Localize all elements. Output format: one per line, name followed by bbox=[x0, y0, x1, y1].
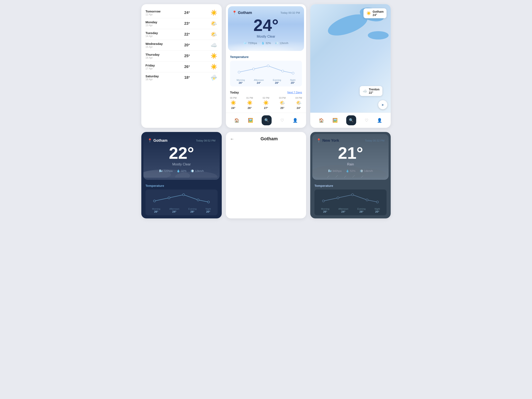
hourly-time: 00 PM bbox=[230, 97, 237, 99]
photo-nav-icon[interactable]: 🖼️ bbox=[248, 118, 253, 123]
svg-point-12 bbox=[207, 201, 209, 203]
hourly-temp: 26° bbox=[246, 106, 253, 109]
dark-temp: 22° bbox=[147, 145, 215, 161]
svg-point-21 bbox=[337, 197, 339, 199]
photo-nav-map-icon[interactable]: 🖼️ bbox=[332, 118, 338, 123]
dark-pin-icon: 📍 bbox=[147, 138, 152, 143]
dark-weather-card: 📍 Gotham Today 08:52 PM 22° Mostly Clear… bbox=[141, 132, 222, 218]
forecast-date: 16 Apr bbox=[146, 56, 164, 59]
dark-label-evening: Evening 28° bbox=[188, 208, 196, 213]
forecast-icon: ☀️ bbox=[210, 63, 218, 70]
dark-label-morning: Morning 26° bbox=[152, 208, 160, 213]
gotham-map-temp: 24° bbox=[373, 13, 384, 17]
gotham-map-icon: ☀️ bbox=[366, 11, 371, 16]
forecast-temp: 22° bbox=[181, 32, 193, 37]
hourly-item: 02 PM ☀️ 27° bbox=[263, 97, 269, 109]
svg-point-22 bbox=[352, 194, 354, 196]
search-nav-map-button[interactable]: 🔍 bbox=[346, 115, 356, 125]
dark-cloud-svg bbox=[143, 161, 220, 178]
home-nav-map-icon[interactable]: 🏠 bbox=[319, 118, 324, 123]
forecast-day-name: Saturday bbox=[146, 74, 164, 78]
hourly-icon: ☀️ bbox=[230, 100, 237, 106]
main-city-name: 📍 Gotham bbox=[232, 10, 252, 15]
back-row: ← Gotham bbox=[230, 136, 302, 141]
time-label-morning: Morning 26° bbox=[236, 79, 245, 84]
hourly-icon: 🌤️ bbox=[296, 100, 302, 106]
time-label-evening: Evening 28° bbox=[273, 79, 281, 84]
dark-time: Today 08:52 PM bbox=[196, 139, 215, 142]
forecast-row: Tuesday 14 Apr 22° 🌤️ bbox=[146, 29, 218, 40]
dark-temp-title: Temperature bbox=[146, 184, 218, 187]
main-canvas: Tomorrow 12 Apr 24° ☀️ Monday 13 Apr 23°… bbox=[141, 4, 391, 218]
locate-button[interactable]: ➤ bbox=[378, 100, 387, 109]
ny-label-morning: Morning 26° bbox=[321, 208, 329, 213]
heart-nav-icon[interactable]: ♡ bbox=[280, 118, 284, 123]
hourly-time: 03 PM bbox=[279, 97, 286, 99]
city-screen-card: ← Gotham bbox=[226, 132, 306, 218]
main-time-labels: Morning 26° Afternoon 24° Evening 28° Ni… bbox=[232, 79, 300, 84]
main-time: Today 00:32 PM bbox=[280, 11, 300, 14]
forecast-day-name: Monday bbox=[146, 20, 164, 24]
bottom-nav-map: 🏠 🖼️ 🔍 ♡ 👤 bbox=[310, 113, 391, 128]
forecast-temp: 18° bbox=[181, 76, 193, 80]
temp-section: Temperature Morning 26° Afterno bbox=[226, 53, 306, 89]
main-temp: 24° bbox=[232, 17, 300, 34]
svg-point-10 bbox=[183, 194, 184, 196]
chart-svg bbox=[232, 64, 300, 76]
svg-point-11 bbox=[197, 199, 199, 201]
hourly-temp: 24° bbox=[296, 106, 302, 109]
ny-label-evening: Evening 28° bbox=[357, 208, 366, 213]
hourly-time: 01 PM bbox=[246, 97, 253, 99]
forecast-row: Friday 17 Apr 26° ☀️ bbox=[146, 62, 218, 72]
ny-chart: Morning 26° Afternoon 24° Evening 28° Ni… bbox=[314, 190, 386, 215]
ny-city-name: 📍 New York bbox=[317, 138, 339, 143]
hourly-icon: ☀️ bbox=[263, 100, 269, 106]
forecast-row: Wednesday 15 Apr 20° ☁️ bbox=[146, 40, 218, 51]
temp-section-title: Temperature bbox=[230, 55, 302, 59]
hourly-title: Today bbox=[230, 91, 239, 94]
forecast-card: Tomorrow 12 Apr 24° ☀️ Monday 13 Apr 23°… bbox=[141, 4, 222, 128]
hourly-temp: 27° bbox=[263, 106, 269, 109]
pin-icon: 📍 bbox=[232, 10, 237, 15]
forecast-day-name: Thursday bbox=[146, 53, 164, 56]
home-nav-icon[interactable]: 🏠 bbox=[234, 118, 239, 123]
forecast-icon: ☁️ bbox=[210, 42, 218, 48]
ny-temp-title: Temperature bbox=[314, 184, 386, 187]
forecast-icon: ☀️ bbox=[210, 53, 218, 59]
forecast-temp: 20° bbox=[181, 43, 193, 47]
cloud-decoration bbox=[228, 40, 304, 51]
heart-nav-map-icon[interactable]: ♡ bbox=[365, 118, 368, 123]
user-nav-map-icon[interactable]: 👤 bbox=[377, 118, 382, 123]
ny-cloud-svg bbox=[312, 161, 389, 178]
forecast-date: 17 Apr bbox=[146, 67, 164, 70]
hourly-header: Today Next 7 Days bbox=[230, 91, 302, 94]
forecast-temp: 23° bbox=[181, 21, 193, 26]
dark-chart-svg bbox=[147, 193, 215, 205]
svg-point-23 bbox=[366, 199, 368, 201]
dark-header: 📍 Gotham Today 08:52 PM 22° Mostly Clear… bbox=[143, 134, 220, 180]
map-area[interactable]: ☀️ Gotham 24° ☁️ Trenton 22° ➤ bbox=[310, 4, 391, 113]
forecast-date: 14 Apr bbox=[146, 35, 164, 38]
ny-temp: 21° bbox=[317, 145, 385, 161]
user-nav-icon[interactable]: 👤 bbox=[293, 118, 298, 123]
dark-temp-section: Temperature Morning 26° Afterno bbox=[141, 182, 222, 218]
ny-pin-icon: 📍 bbox=[317, 138, 321, 143]
forecast-temp: 24° bbox=[181, 11, 193, 15]
gotham-map-name: Gotham bbox=[373, 10, 384, 13]
hourly-time: 02 PM bbox=[263, 97, 269, 99]
search-nav-button[interactable]: 🔍 bbox=[262, 115, 272, 125]
back-button[interactable]: ← bbox=[230, 137, 234, 141]
ny-weather-card: 📍 New York Today 00:32 PM 21° Rain bbox=[310, 132, 391, 218]
ny-temp-section: Temperature Morning 26° Afterno bbox=[310, 182, 391, 218]
main-condition: Mostly Clear bbox=[232, 35, 300, 38]
next7-link[interactable]: Next 7 Days bbox=[287, 91, 302, 94]
trenton-map-temp: 22° bbox=[369, 91, 380, 94]
forecast-day-name: Wednesday bbox=[146, 42, 164, 45]
forecast-day-name: Friday bbox=[146, 63, 164, 67]
hourly-item: 03 PM 🌤️ 25° bbox=[279, 97, 286, 109]
bottom-nav-main: 🏠 🖼️ 🔍 ♡ 👤 bbox=[226, 113, 306, 128]
svg-point-8 bbox=[153, 200, 155, 202]
forecast-row: Monday 13 Apr 23° 🌤️ bbox=[146, 18, 218, 29]
forecast-row: Tomorrow 12 Apr 24° ☀️ bbox=[146, 7, 218, 18]
hourly-icon: 🌤️ bbox=[279, 100, 286, 106]
